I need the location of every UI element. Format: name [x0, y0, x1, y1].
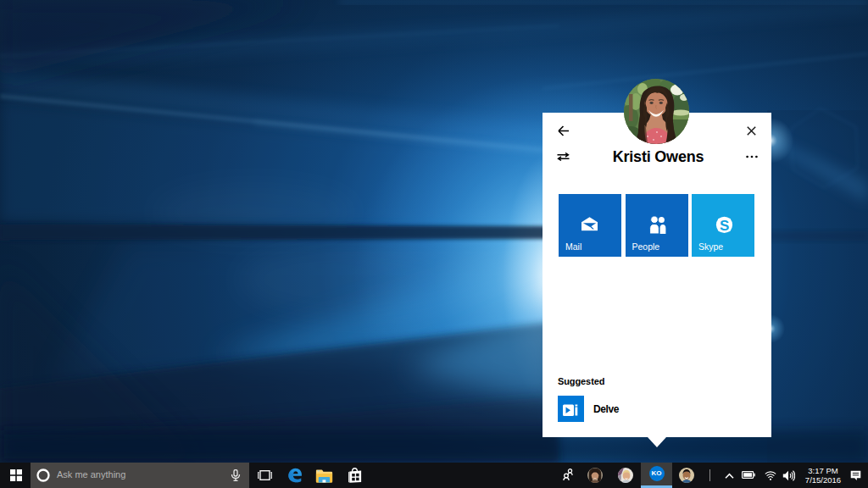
svg-text:S: S: [720, 218, 729, 234]
